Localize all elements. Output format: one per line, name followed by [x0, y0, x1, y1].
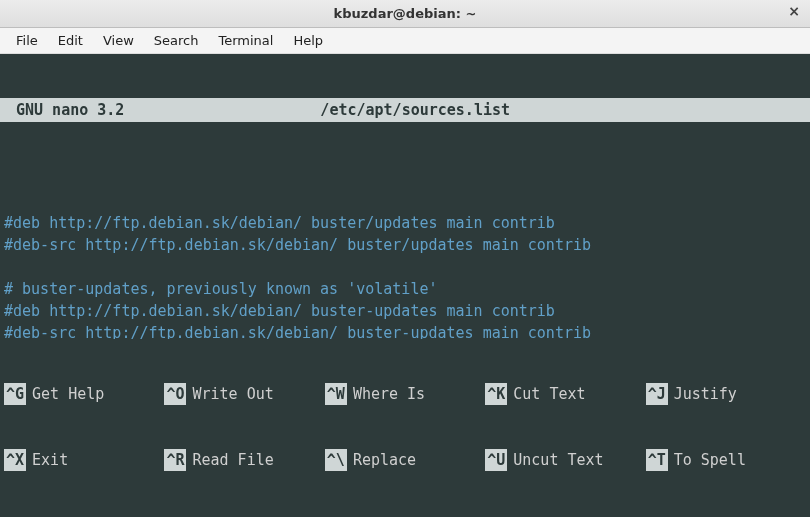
- menu-help[interactable]: Help: [283, 30, 333, 51]
- menu-file[interactable]: File: [6, 30, 48, 51]
- shortcut-exit[interactable]: ^XExit: [4, 449, 164, 471]
- nano-file-path: /etc/apt/sources.list: [24, 98, 806, 122]
- blank-line: [4, 192, 13, 210]
- source-line: #deb http://ftp.debian.sk/debian/ buster…: [4, 214, 555, 232]
- shortcut-get-help[interactable]: ^GGet Help: [4, 383, 164, 405]
- menu-view[interactable]: View: [93, 30, 144, 51]
- menu-search[interactable]: Search: [144, 30, 209, 51]
- menu-edit[interactable]: Edit: [48, 30, 93, 51]
- shortcut-uncut-text[interactable]: ^UUncut Text: [485, 449, 645, 471]
- menu-terminal[interactable]: Terminal: [208, 30, 283, 51]
- window-title: kbuzdar@debian: ~: [334, 6, 477, 21]
- terminal-area[interactable]: GNU nano 3.2 /etc/apt/sources.list #deb …: [0, 54, 810, 517]
- nano-shortcuts: ^GGet Help ^OWrite Out ^WWhere Is ^KCut …: [0, 339, 810, 517]
- source-line: # buster-updates, previously known as 'v…: [4, 280, 437, 298]
- shortcut-replace[interactable]: ^\Replace: [325, 449, 485, 471]
- shortcut-read-file[interactable]: ^RRead File: [164, 449, 324, 471]
- shortcut-cut-text[interactable]: ^KCut Text: [485, 383, 645, 405]
- source-line: #deb-src http://ftp.debian.sk/debian/ bu…: [4, 236, 591, 254]
- shortcut-write-out[interactable]: ^OWrite Out: [164, 383, 324, 405]
- source-line: #deb http://ftp.debian.sk/debian/ buster…: [4, 302, 555, 320]
- menubar: File Edit View Search Terminal Help: [0, 28, 810, 54]
- blank-line: [4, 258, 13, 276]
- window-titlebar: kbuzdar@debian: ~ ×: [0, 0, 810, 28]
- close-icon[interactable]: ×: [786, 4, 802, 20]
- shortcut-row: ^XExit ^RRead File ^\Replace ^UUncut Tex…: [4, 449, 806, 471]
- shortcut-row: ^GGet Help ^OWrite Out ^WWhere Is ^KCut …: [4, 383, 806, 405]
- shortcut-where-is[interactable]: ^WWhere Is: [325, 383, 485, 405]
- shortcut-to-spell[interactable]: ^TTo Spell: [646, 449, 806, 471]
- nano-header: GNU nano 3.2 /etc/apt/sources.list: [0, 98, 810, 122]
- shortcut-justify[interactable]: ^JJustify: [646, 383, 806, 405]
